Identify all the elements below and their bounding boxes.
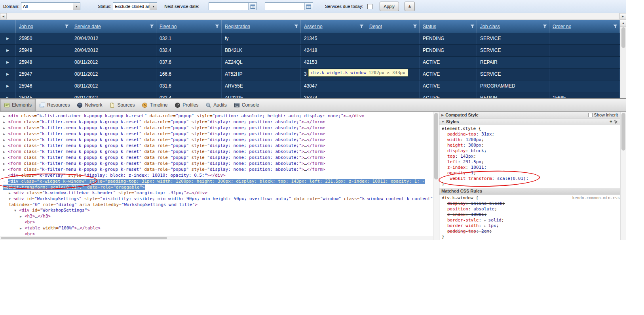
css-declaration[interactable]: top: 143px;: [442, 154, 620, 159]
node-filter-form[interactable]: ▶<form class="k-filter-menu k-popup k-gr…: [0, 161, 433, 167]
collapsed-arrow-icon[interactable]: ▶: [3, 137, 8, 143]
row-expander-icon[interactable]: ▶: [0, 45, 16, 56]
tab-profiles[interactable]: Profiles: [171, 99, 202, 111]
filter-funnel-icon[interactable]: [359, 24, 364, 30]
column-header-job-class[interactable]: Job class: [477, 20, 549, 33]
stylesheet-link[interactable]: kendo.common.min.css: [572, 195, 620, 201]
node-workshop-settings[interactable]: ▼<div id="WorkshopSettings">: [0, 208, 433, 214]
domain-select[interactable]: All ▼: [21, 2, 80, 10]
tab-resources[interactable]: Resources: [36, 99, 73, 111]
css-declaration[interactable]: padding-top: 31px;: [442, 132, 620, 137]
tab-elements[interactable]: Elements: [0, 99, 36, 111]
table-row[interactable]: ▶2594920/04/2012032.4BB42LK42418PENDINGS…: [0, 45, 626, 57]
column-header-label[interactable]: Job class: [480, 24, 500, 29]
css-declaration[interactable]: opacity: 1;: [442, 170, 620, 176]
filter-funnel-icon[interactable]: [65, 24, 69, 30]
scroll-right-icon[interactable]: ►: [619, 13, 626, 19]
column-header-label[interactable]: Service date: [74, 24, 101, 29]
column-header-label[interactable]: Registration: [225, 24, 250, 29]
column-header-status[interactable]: Status: [420, 20, 477, 33]
filter-funnel-icon[interactable]: [150, 24, 154, 30]
column-header-depot[interactable]: Depot: [366, 20, 420, 33]
node-window-titlebar[interactable]: ▶<div class="k-window-titlebar k-header"…: [0, 190, 433, 196]
row-expander-icon[interactable]: ▶: [0, 33, 16, 44]
row-expander-icon[interactable]: ▶: [0, 80, 16, 92]
scroll-up-icon[interactable]: ▲: [620, 20, 626, 27]
css-declaration[interactable]: left: 231.5px;: [442, 159, 620, 165]
column-header-label[interactable]: Status: [423, 24, 436, 29]
elements-vertical-scrollbar[interactable]: [433, 112, 439, 240]
css-declaration[interactable]: z-index: 10001;: [442, 212, 620, 218]
filter-funnel-icon[interactable]: [294, 24, 298, 30]
css-declaration[interactable]: height: 300px;: [442, 143, 620, 148]
node-window-content[interactable]: ▼<div id="WorkshopSettings" style="visib…: [0, 196, 433, 208]
column-header-order-no[interactable]: Order no: [549, 20, 620, 33]
tab-audits[interactable]: Audits: [202, 99, 230, 111]
filter-funnel-icon[interactable]: [613, 24, 617, 30]
node-filter-form[interactable]: ▶<form class="k-filter-menu k-popup k-gr…: [0, 149, 433, 155]
css-declaration[interactable]: padding-top: 2em;: [442, 229, 620, 234]
css-declaration[interactable]: display: inline-block;: [442, 201, 620, 206]
date-to-input[interactable]: [265, 2, 313, 10]
elements-horizontal-scrollbar[interactable]: [0, 236, 433, 240]
filter-funnel-icon[interactable]: [470, 24, 475, 30]
column-header-registration[interactable]: Registration: [222, 20, 301, 33]
css-declaration[interactable]: z-index: 10011;: [442, 165, 620, 170]
css-declaration[interactable]: position: absolute;: [442, 206, 620, 212]
collapsed-arrow-icon[interactable]: ▶: [3, 120, 8, 125]
new-style-rule-icon[interactable]: +: [610, 120, 612, 124]
scrollbar-thumb[interactable]: [1, 237, 167, 239]
tab-network[interactable]: Network: [73, 99, 106, 111]
computed-style-header[interactable]: ▶ Computed Style Show inherit: [439, 112, 626, 118]
column-header-service-date[interactable]: Service date: [71, 20, 156, 33]
expanded-arrow-icon[interactable]: ▼: [14, 208, 19, 214]
node-h3[interactable]: ▶<h3>…</h3>: [0, 214, 433, 220]
collapsed-arrow-icon[interactable]: ▶: [3, 126, 8, 131]
column-header-asset-no[interactable]: Asset no: [301, 20, 366, 33]
column-header-job-no[interactable]: Job no: [16, 20, 71, 33]
calendar-icon[interactable]: [248, 3, 256, 10]
collapsed-arrow-icon[interactable]: ▶: [3, 161, 8, 167]
node-table[interactable]: ▶<table width="100%">…</table>: [0, 225, 433, 231]
collapsed-arrow-icon[interactable]: ▶: [20, 214, 25, 220]
services-due-today-checkbox[interactable]: [367, 4, 372, 9]
css-declaration[interactable]: -webkit-transform: scale(0.01);: [442, 176, 620, 181]
column-header-label[interactable]: Job no: [19, 24, 33, 29]
show-inherited-checkbox[interactable]: [588, 113, 593, 117]
node-filter-form[interactable]: ▶<form class="k-filter-menu k-popup k-gr…: [0, 125, 433, 131]
node-k-window[interactable]: ▼<div class="k-widget k-window" style="p…: [0, 179, 433, 190]
scrollbar-thumb[interactable]: [621, 113, 625, 151]
table-row[interactable]: ▶2594508/11/2012032.4AU22DE35374ACTIVERE…: [0, 92, 626, 98]
filter-funnel-icon[interactable]: [543, 24, 547, 30]
collapsed-arrow-icon[interactable]: ▶: [3, 132, 8, 137]
row-expander-icon[interactable]: ▶: [0, 69, 16, 80]
node-filter-form[interactable]: ▶<form class="k-filter-menu k-popup k-gr…: [0, 167, 433, 173]
styles-header[interactable]: ▼ Styles +: [439, 118, 626, 125]
node-list-container[interactable]: ▶<div class="k-list-container k-popup k-…: [0, 113, 433, 119]
css-declaration[interactable]: width: 1200px;: [442, 137, 620, 143]
tab-sources[interactable]: Sources: [106, 99, 138, 111]
scroll-left-icon[interactable]: ◄: [0, 13, 7, 19]
column-header-label[interactable]: Fleet no: [160, 24, 177, 29]
node-br[interactable]: <br>: [0, 220, 433, 225]
calendar-icon[interactable]: [304, 3, 313, 10]
node-overlay[interactable]: <div class="k-overlay" style="display: b…: [0, 173, 433, 179]
row-expander-icon[interactable]: ▶: [0, 57, 16, 68]
scrollbar-thumb[interactable]: [434, 113, 438, 179]
css-declaration[interactable]: border-width: ▸ 1px;: [442, 223, 620, 229]
css-declaration[interactable]: border-style: ▸ solid;: [442, 218, 620, 223]
filter-funnel-icon[interactable]: [215, 24, 219, 30]
table-row[interactable]: ▶2595020/04/2012032.1fy21345PENDINGSERVI…: [0, 33, 626, 45]
column-header-label[interactable]: Order no: [553, 24, 571, 29]
tab-console[interactable]: Console: [230, 99, 263, 111]
node-filter-form[interactable]: ▶<form class="k-filter-menu k-popup k-gr…: [0, 143, 433, 149]
row-expander-icon[interactable]: ▶: [0, 92, 16, 98]
grid-horizontal-scrollbar[interactable]: ◄ ►: [0, 13, 626, 20]
grid-vertical-scrollbar[interactable]: ▲: [620, 20, 626, 98]
scrollbar-thumb[interactable]: [621, 27, 625, 48]
expand-collapse-button[interactable]: ±: [405, 2, 415, 11]
collapsed-arrow-icon[interactable]: ▶: [9, 191, 13, 196]
collapsed-arrow-icon[interactable]: ▶: [3, 155, 8, 161]
collapsed-arrow-icon[interactable]: ▶: [3, 167, 8, 173]
sidebar-scrollbar[interactable]: [620, 112, 626, 240]
